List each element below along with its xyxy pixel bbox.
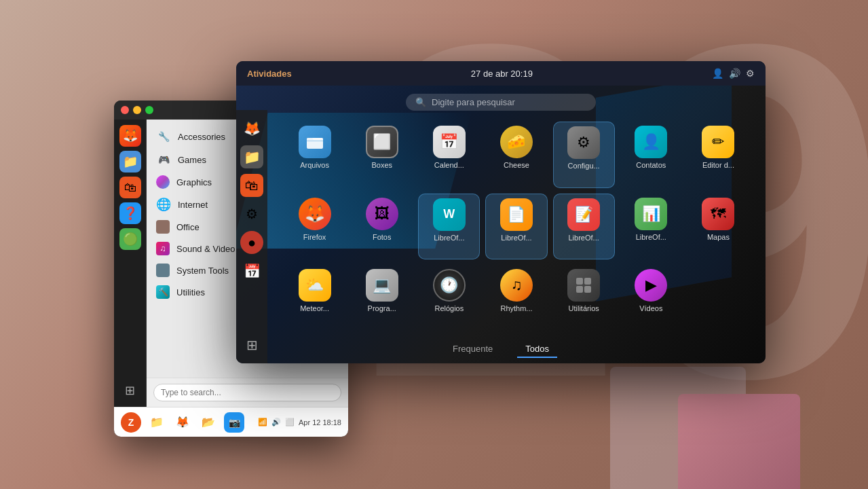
editor-label: Editor d... — [702, 161, 734, 169]
fedora-topbar-center: 27 de abr 20:19 — [292, 69, 712, 79]
contacts-icon: 👤 — [635, 126, 667, 158]
fedora-dock: 🦊 📁 🛍 ⚙ ● 📅 ⊞ — [236, 110, 267, 363]
topbar-volume-icon[interactable]: 🔊 — [729, 68, 740, 79]
calendar-icon: 📅 — [433, 126, 466, 158]
close-button[interactable] — [121, 106, 129, 114]
dock-store-icon[interactable]: 🟢 — [119, 228, 141, 250]
relogios-label: Relógios — [434, 304, 464, 312]
menu-label-accessories: Accessories — [178, 132, 225, 142]
meteo-label: Meteor... — [300, 304, 329, 312]
fedora-dock-files[interactable]: 📁 — [240, 145, 263, 168]
dock-grid-icon[interactable]: ⊞ — [119, 380, 141, 401]
search-icon: 🔍 — [415, 97, 426, 107]
libreoffice-calc-icon: 📊 — [635, 198, 667, 230]
fedora-dock-settings[interactable]: ⚙ — [240, 202, 263, 225]
config-label: Configu... — [568, 162, 600, 170]
app-mapas[interactable]: 🗺 Mapas — [687, 194, 749, 260]
mapas-label: Mapas — [707, 233, 730, 241]
rhythmbox-icon: ♫ — [500, 269, 533, 302]
dock-firefox-icon[interactable]: 🦊 — [119, 125, 141, 147]
dock-files-icon[interactable]: 📁 — [119, 151, 141, 173]
topbar-people-icon[interactable]: 👤 — [712, 68, 723, 79]
fedora-topbar: Atividades 27 de abr 20:19 👤 🔊 ⚙ — [236, 61, 766, 86]
app-arquivos[interactable]: Arquivos — [284, 122, 345, 188]
app-boxes[interactable]: ⬜ Boxes — [351, 122, 413, 188]
sound-video-icon: ♫ — [156, 242, 170, 255]
zorin-search-input[interactable] — [153, 384, 341, 401]
zorin-search-area — [147, 378, 348, 407]
app-libreoffice-i[interactable]: 📄 LibreOf... — [485, 194, 547, 260]
app-editor[interactable]: ✏ Editor d... — [687, 122, 749, 188]
zorin-left-dock: 🦊 📁 🛍 ❓ 🟢 ⊞ — [114, 120, 147, 407]
fedora-dock-grid[interactable]: ⊞ — [240, 333, 263, 357]
taskbar-firefox-icon[interactable]: 🦊 — [172, 412, 193, 433]
firefox-label: Firefox — [303, 233, 326, 241]
app-relogios[interactable]: 🕐 Relógios — [418, 265, 480, 330]
system-tools-icon — [156, 264, 170, 277]
taskbar-filemanager-icon[interactable]: 📂 — [198, 412, 219, 433]
fedora-search-input[interactable] — [432, 97, 586, 107]
tab-todos[interactable]: Todos — [517, 341, 557, 358]
volume-icon: 🔊 — [271, 418, 281, 427]
boxes-icon: ⬜ — [366, 126, 398, 158]
maximize-button[interactable] — [145, 106, 153, 114]
app-libreoffice-c[interactable]: 📝 LibreOf... — [553, 194, 615, 260]
app-contacts[interactable]: 👤 Contatos — [620, 122, 682, 188]
app-config[interactable]: ⚙ Configu... — [553, 122, 615, 188]
menu-label-games: Games — [178, 155, 206, 165]
contacts-label: Contatos — [636, 161, 666, 169]
app-videos[interactable]: ▶ Vídeos — [620, 265, 682, 330]
app-rhythmbox[interactable]: ♫ Rhythm... — [485, 265, 547, 330]
libreoffice-calc-label: LibreOf... — [636, 233, 666, 241]
fedora-dock-color[interactable]: ● — [240, 231, 263, 254]
fedora-dock-calendar[interactable]: 📅 — [240, 259, 263, 283]
apps-grid: Arquivos ⬜ Boxes 📅 Calend... 🧀 Cheese ⚙ … — [267, 122, 766, 336]
taskbar-zorin-icon[interactable]: Z — [121, 412, 141, 433]
fedora-search-bar: 🔍 — [406, 94, 596, 111]
libreoffice-c-icon: 📝 — [567, 198, 600, 231]
editor-icon: ✏ — [702, 126, 734, 158]
videos-label: Vídeos — [639, 304, 662, 312]
fotos-icon: 🖼 — [366, 198, 398, 230]
fotos-label: Fotos — [373, 233, 392, 241]
topbar-settings-icon[interactable]: ⚙ — [746, 68, 755, 79]
utilitarios-label: Utilitários — [569, 304, 599, 312]
accessories-icon: 🔧 — [156, 129, 171, 144]
taskbar-camera-icon[interactable]: 📷 — [224, 412, 244, 433]
menu-label-graphics: Graphics — [176, 177, 212, 187]
libreoffice-w-label: LibreOf... — [434, 234, 464, 242]
window-icon: ⬜ — [285, 418, 295, 427]
app-libreoffice-calc[interactable]: 📊 LibreOf... — [620, 194, 682, 260]
libreoffice-w-icon: W — [433, 198, 466, 231]
menu-label-office: Office — [176, 222, 200, 232]
minimize-button[interactable] — [133, 106, 141, 114]
fedora-dock-software[interactable]: 🛍 — [240, 174, 263, 197]
videos-icon: ▶ — [635, 269, 667, 302]
app-firefox[interactable]: 🦊 Firefox — [284, 194, 345, 260]
taskbar-right-area: 📶 🔊 ⬜ Apr 12 18:18 — [258, 418, 341, 427]
config-icon: ⚙ — [567, 126, 600, 159]
dock-software-icon[interactable]: 🛍 — [119, 177, 141, 198]
dock-help-icon[interactable]: ❓ — [119, 202, 141, 224]
calendar-label: Calend... — [434, 161, 464, 169]
cheese-label: Cheese — [504, 161, 529, 169]
mapas-icon: 🗺 — [702, 198, 734, 230]
fedora-window: Atividades 27 de abr 20:19 👤 🔊 ⚙ 🦊 📁 🛍 ⚙… — [236, 61, 766, 363]
taskbar-files-icon[interactable]: 📁 — [147, 412, 167, 433]
app-utilitarios[interactable]: Utilitários — [553, 265, 615, 330]
boxes-label: Boxes — [371, 161, 392, 169]
app-libreoffice-w[interactable]: W LibreOf... — [418, 194, 480, 260]
app-meteo[interactable]: ⛅ Meteor... — [284, 265, 345, 330]
utilitarios-icon — [567, 269, 600, 302]
app-calendar[interactable]: 📅 Calend... — [418, 122, 480, 188]
internet-icon: 🌐 — [156, 197, 171, 212]
app-fotos[interactable]: 🖼 Fotos — [351, 194, 413, 260]
app-programas[interactable]: 💻 Progra... — [351, 265, 413, 330]
tab-frequente[interactable]: Frequente — [445, 341, 501, 358]
fedora-dock-firefox[interactable]: 🦊 — [240, 117, 263, 140]
rhythmbox-label: Rhythm... — [500, 304, 532, 312]
app-cheese[interactable]: 🧀 Cheese — [485, 122, 547, 188]
fedora-activities-label[interactable]: Atividades — [247, 69, 292, 79]
taskbar-time: Apr 12 18:18 — [299, 418, 341, 427]
bottom-shape-2 — [678, 394, 800, 489]
